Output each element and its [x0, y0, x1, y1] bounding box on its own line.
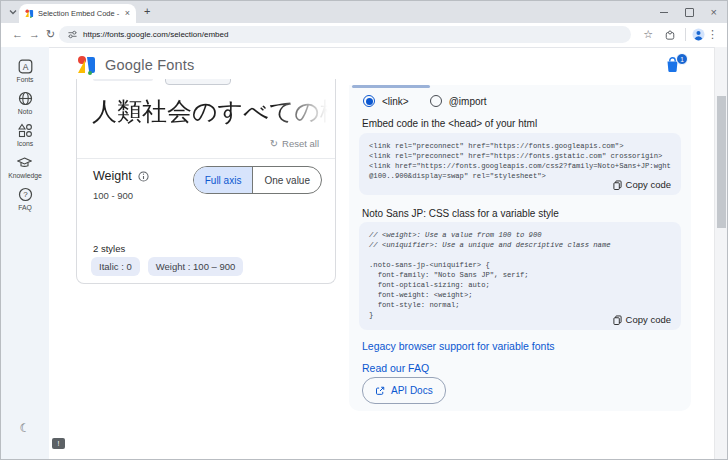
- reset-icon: ↻: [270, 138, 278, 149]
- import-radio[interactable]: [430, 95, 442, 107]
- bookmark-star-icon[interactable]: ☆: [643, 28, 653, 41]
- font-preview-card: 人類社会のすべての構成員 ↻ Reset all Weight 100 - 90…: [76, 79, 336, 284]
- external-link-icon: [375, 386, 385, 396]
- axis-toggle: Full axis One value: [193, 166, 322, 194]
- sidebar-item-icons[interactable]: Icons: [17, 123, 33, 147]
- weight-chip[interactable]: Weight : 100 – 900: [148, 257, 244, 276]
- css-code-comments[interactable]: // <weight>: Use a value from 100 to 900…: [369, 230, 671, 250]
- link-code[interactable]: <link rel="preconnect" href="https://fon…: [369, 141, 671, 181]
- import-radio-label[interactable]: @import: [449, 96, 487, 107]
- google-fonts-logo-icon: [77, 55, 97, 75]
- site-sidebar: A Fonts Noto: [1, 47, 49, 459]
- maximize-icon[interactable]: [685, 8, 694, 17]
- css-class-heading: Noto Sans JP: CSS class for a variable s…: [362, 208, 559, 219]
- toolbar-divider: [685, 28, 686, 41]
- site-title: Google Fonts: [105, 57, 194, 73]
- reset-all-label: Reset all: [282, 138, 319, 149]
- url-text: https://fonts.google.com/selection/embed: [83, 30, 228, 39]
- styles-count: 2 styles: [93, 243, 125, 254]
- sidebar-item-noto[interactable]: Noto: [18, 91, 33, 115]
- graduation-cap-icon: [17, 155, 32, 170]
- scrollbar-thumb[interactable]: [717, 96, 726, 228]
- clipped-dropdown[interactable]: [165, 79, 231, 85]
- copy-code-button[interactable]: Copy code: [613, 179, 671, 190]
- reset-all-button[interactable]: ↻ Reset all: [270, 138, 319, 149]
- fonts-icon: A: [18, 59, 33, 74]
- svg-text:A: A: [22, 62, 28, 72]
- browser-tab[interactable]: Selection Embed Code - Googl ×: [19, 4, 136, 23]
- api-docs-label: API Docs: [391, 385, 433, 396]
- browser-toolbar: ← → ↻ https://fonts.google.com/selection…: [1, 23, 727, 48]
- window-controls: ×: [660, 1, 717, 23]
- new-tab-button[interactable]: +: [144, 5, 150, 17]
- browser-window: Selection Embed Code - Googl × + × ← → ↻…: [0, 0, 728, 460]
- weight-range: 100 - 900: [93, 190, 133, 201]
- tab-favicon: [25, 9, 34, 18]
- profile-avatar[interactable]: [692, 28, 705, 41]
- api-docs-button[interactable]: API Docs: [362, 377, 446, 404]
- link-radio[interactable]: [363, 95, 375, 107]
- back-icon[interactable]: ←: [12, 28, 23, 41]
- help-icon: ?: [18, 187, 33, 202]
- google-fonts-logo[interactable]: Google Fonts: [77, 55, 194, 75]
- globe-icon: [18, 91, 33, 106]
- copy-code-label: Copy code: [626, 314, 671, 325]
- copy-code-button[interactable]: Copy code: [613, 314, 671, 325]
- info-icon[interactable]: [138, 171, 149, 182]
- page-scrollbar[interactable]: [714, 47, 727, 459]
- forward-icon[interactable]: →: [29, 28, 40, 41]
- close-icon[interactable]: ×: [711, 7, 717, 18]
- faq-link[interactable]: Read our FAQ: [362, 362, 429, 374]
- site-settings-icon[interactable]: [68, 30, 77, 39]
- browser-menu-icon[interactable]: ⋮: [707, 28, 718, 41]
- font-sample-text[interactable]: 人類社会のすべての構成員: [92, 95, 335, 128]
- copy-icon: [613, 315, 622, 325]
- full-axis-toggle[interactable]: Full axis: [194, 167, 254, 193]
- sidebar-label: FAQ: [18, 204, 32, 211]
- selection-bag-button[interactable]: 1: [664, 56, 684, 76]
- embed-code-panel: <link> @import Embed code in the <head> …: [349, 85, 691, 411]
- dark-mode-icon[interactable]: ☾: [1, 421, 49, 435]
- sidebar-label: Fonts: [17, 76, 34, 83]
- address-bar[interactable]: https://fonts.google.com/selection/embed: [59, 26, 631, 43]
- extensions-icon[interactable]: [665, 30, 675, 40]
- italic-chip[interactable]: Italic : 0: [91, 257, 140, 276]
- bag-count-badge: 1: [676, 53, 688, 65]
- weight-label: Weight: [93, 169, 132, 183]
- reload-icon[interactable]: ↻: [46, 28, 55, 41]
- one-value-toggle[interactable]: One value: [253, 167, 321, 193]
- card-divider: [77, 158, 335, 159]
- link-radio-label[interactable]: <link>: [382, 96, 409, 107]
- sidebar-label: Knowledge: [8, 172, 42, 179]
- link-code-block: <link rel="preconnect" href="https://fon…: [359, 133, 681, 195]
- sidebar-item-knowledge[interactable]: Knowledge: [8, 155, 42, 179]
- tab-title: Selection Embed Code - Googl: [38, 9, 121, 18]
- clipped-card-content: [93, 79, 153, 81]
- feedback-button[interactable]: !: [52, 438, 65, 449]
- svg-text:?: ?: [23, 190, 28, 199]
- sidebar-item-faq[interactable]: ? FAQ: [18, 187, 33, 211]
- sidebar-label: Icons: [17, 140, 33, 147]
- sidebar-item-fonts[interactable]: A Fonts: [17, 59, 34, 83]
- copy-icon: [613, 180, 622, 190]
- tab-search-icon[interactable]: [8, 7, 18, 17]
- css-code-block: // <weight>: Use a value from 100 to 900…: [359, 222, 681, 330]
- shapes-icon: [18, 123, 33, 138]
- sidebar-label: Noto: [18, 108, 32, 115]
- copy-code-label: Copy code: [626, 179, 671, 190]
- tab-strip: Selection Embed Code - Googl × + ×: [1, 1, 727, 23]
- tab-close-icon[interactable]: ×: [125, 9, 130, 18]
- minimize-icon[interactable]: [660, 12, 668, 13]
- legacy-support-link[interactable]: Legacy browser support for variable font…: [362, 340, 555, 352]
- css-code[interactable]: .noto-sans-jp-<uniquifier> { font-family…: [369, 260, 671, 320]
- embed-heading: Embed code in the <head> of your html: [362, 118, 537, 129]
- active-tab-indicator: [352, 85, 430, 88]
